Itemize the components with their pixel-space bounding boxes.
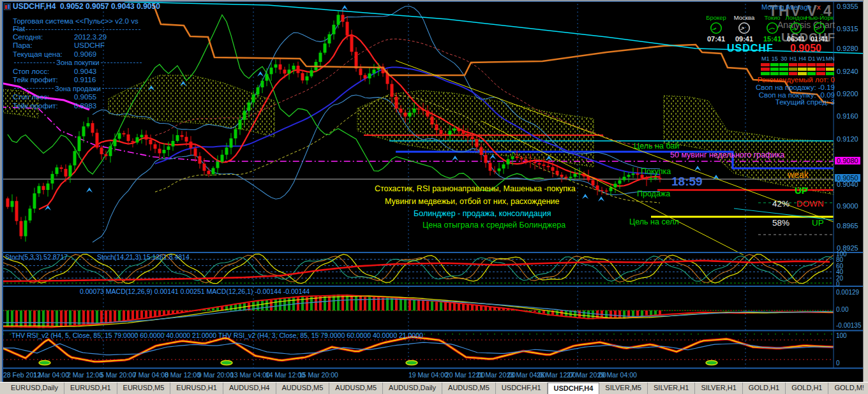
candle-body: [623, 177, 626, 180]
tab-eurusd-h1[interactable]: EURUSD,H1: [170, 383, 223, 394]
candle-body: [198, 156, 202, 164]
tf-header-M1: M1: [761, 55, 770, 62]
candle-body: [123, 133, 126, 135]
tf-signal-row-1: [761, 63, 836, 67]
macd-histogram-bar: [33, 310, 36, 326]
candle-body: [498, 168, 501, 171]
macd-histogram-bar: [69, 310, 71, 326]
signal-arrow-icon: [490, 154, 496, 159]
rsi-signal-blob: [221, 361, 232, 365]
macd-histogram-bar: [64, 310, 67, 326]
info-label: Стоп лосс:: [13, 68, 74, 75]
tab-audusd-m5[interactable]: AUDUSD,M5: [442, 383, 496, 394]
macd-histogram-bar: [118, 310, 121, 322]
macd-histogram-bar: [131, 310, 134, 320]
rsi-scale-label: 100: [836, 332, 847, 339]
tab-eurusd-h1[interactable]: EURUSD,H1: [64, 383, 117, 394]
candle-body: [105, 154, 108, 156]
signal-arrow-icon: [694, 166, 701, 171]
tab-silver-h1[interactable]: SILVER,H1: [695, 383, 742, 394]
candle-body: [310, 70, 313, 77]
tab-audusd-daily[interactable]: AUDUSD,Daily: [383, 383, 442, 394]
price-scale-label: 0.9000: [837, 202, 858, 210]
macd-histogram-bar: [20, 310, 22, 328]
candle-body: [190, 142, 193, 148]
macd-histogram-bar: [257, 301, 259, 310]
macd-histogram-bar: [261, 300, 264, 310]
tab-audusd-m5[interactable]: AUDUSD,M5: [276, 383, 330, 394]
candle-body: [471, 136, 474, 139]
macd-histogram-bar: [440, 302, 442, 310]
macd-histogram-bar: [172, 310, 174, 314]
candle-body: [601, 190, 604, 191]
macd-histogram-bar: [368, 296, 371, 310]
tf-signal-cell: [789, 68, 798, 71]
macd-histogram-bar: [341, 295, 344, 310]
candle-body: [216, 162, 220, 168]
candle-body: [230, 138, 233, 147]
candle-body: [243, 111, 246, 120]
tab-gold-h1[interactable]: GOLD,H1: [786, 383, 828, 394]
candle-body: [181, 135, 184, 137]
macd-histogram-bar: [109, 310, 112, 323]
candle-body: [33, 193, 36, 208]
tab-audusd-m5[interactable]: AUDUSD,M5: [329, 383, 383, 394]
candle-body: [578, 173, 581, 175]
stoch-scale-label: 0: [836, 281, 840, 288]
macd-histogram-bar: [650, 310, 652, 316]
annotation-target-buy: Цель на бай: [634, 142, 679, 150]
tab-gold-m![interactable]: GOLD,M!: [828, 383, 868, 394]
tab-silver-m5[interactable]: SILVER,M5: [599, 383, 648, 394]
candle-body: [158, 149, 161, 153]
info-value: 0.8983: [74, 102, 96, 110]
candle-body: [51, 174, 54, 184]
candle-body: [605, 191, 608, 192]
tab-eurusd-m5[interactable]: EURUSD,M5: [117, 383, 171, 394]
close-icon[interactable]: x: [817, 3, 821, 11]
candle-body: [368, 73, 371, 78]
signal-arrow-icon: [257, 71, 264, 77]
info-value: 0.9116: [74, 76, 96, 84]
account-info: Рекомендуемый лот: 0 Своп на продажу: -0…: [702, 77, 835, 106]
tf-header-W1: W1: [816, 55, 826, 62]
annotation-up: UP: [812, 218, 824, 228]
macd-histogram-bar: [596, 310, 599, 319]
tab-silver-h1[interactable]: SILVER,H1: [648, 383, 695, 394]
candle-body: [91, 123, 94, 133]
ticker-symbol: USDCHF: [727, 43, 774, 54]
info-row: Тейк профит:0.9116: [13, 76, 150, 85]
signal-arrow-icon: [86, 187, 93, 193]
candle-body: [654, 178, 657, 179]
candle-body: [467, 134, 470, 136]
candle-body: [337, 15, 340, 25]
candle-body: [248, 103, 251, 111]
stoch-label-2: Stoch(14,21,3) 15.1261 8.4814: [97, 253, 190, 261]
candle-body: [163, 150, 166, 153]
info-label: Тейк профит:: [13, 76, 74, 84]
tab-usdchf-h1[interactable]: USDCHF,H1: [496, 383, 548, 394]
tab-audusd-h4[interactable]: AUDUSD,H4: [223, 383, 276, 394]
price-scale-label: 0.9240: [837, 68, 858, 75]
tf-signal-cell: [761, 68, 770, 71]
candle-body: [73, 151, 77, 165]
candle-body: [551, 167, 555, 171]
macd-histogram-bar: [471, 305, 474, 310]
candle-body: [592, 180, 595, 186]
stoch-label-1: Stoch(5,3,3) 52.8717: [5, 253, 68, 261]
clock-icon: [803, 22, 836, 35]
tab-eurusd-daily[interactable]: EURUSD,Daily: [5, 383, 64, 394]
candle-body: [444, 134, 447, 135]
tf-signal-cell: [816, 63, 825, 66]
candle-body: [525, 159, 528, 161]
tf-signal-cell: [826, 63, 835, 66]
candle-body: [225, 148, 228, 155]
tab-gold-h1[interactable]: GOLD,H1: [743, 383, 786, 394]
macd-histogram-bar: [163, 310, 165, 315]
tab-usdchf-h4[interactable]: USDCHF,H4: [548, 383, 600, 394]
tf-signal-cell: [798, 68, 807, 71]
time-label: 2 Mar 12:00: [67, 371, 103, 379]
candle-body: [520, 158, 523, 159]
annotation-note-2: Мувинги медвежьи, отбой от них, расхожде…: [385, 197, 559, 206]
candle-body: [359, 68, 363, 75]
candle-body: [449, 131, 452, 135]
